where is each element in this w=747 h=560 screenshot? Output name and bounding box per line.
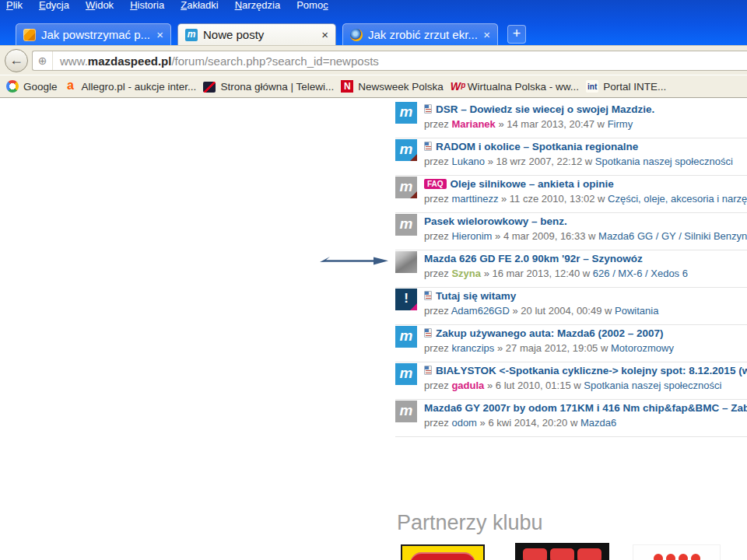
by-label: przez	[424, 193, 449, 205]
topic-title-link[interactable]: Mazda 626 GD FE 2.0 90km '92r – Szynowóz	[424, 253, 643, 264]
bookmark-label: Newsweek Polska	[358, 81, 444, 93]
browser-tab[interactable]: Jak powstrzymać p... ×	[16, 23, 171, 45]
navigation-toolbar: ← ⊕ www.mazdaspeed.pl/forum/search.php?s…	[0, 45, 747, 75]
back-arrow-icon: ←	[9, 52, 23, 68]
forum-link[interactable]: Spotkania naszej społeczności	[584, 380, 721, 391]
faq-badge: FAQ	[424, 179, 447, 189]
topic-avatar: !	[395, 289, 417, 310]
author-link[interactable]: Lukano	[451, 156, 485, 167]
browser-tab[interactable]: Jak zrobić zrzut ekr... ×	[342, 23, 498, 45]
forum-topic-row: Mazda 626 GD FE 2.0 90km '92r – Szynowóz…	[395, 250, 747, 288]
url-bar[interactable]: ⊕ www.mazdaspeed.pl/forum/search.php?sea…	[32, 51, 747, 71]
by-label: przez	[424, 380, 449, 391]
post-date: » 6 kwi 2014, 20:20 w	[480, 417, 578, 429]
unread-post-icon	[424, 328, 432, 338]
bookmark-item[interactable]: Strona główna | Telewi...	[203, 81, 334, 93]
topic-avatar: m	[395, 177, 417, 198]
forum-link[interactable]: 626 / MX-6 / Xedos 6	[593, 268, 688, 279]
bookmark-item[interactable]: Wᵖ Wirtualna Polska - ww...	[451, 80, 579, 93]
topic-title-link[interactable]: Mazda6 GY 2007r by odom 171KM i 416 Nm c…	[424, 402, 747, 414]
topic-title-link[interactable]: Pasek wielorowkowy – benz.	[424, 215, 567, 227]
partner-logo[interactable]	[515, 543, 609, 560]
menu-item[interactable]: Widok	[86, 0, 114, 11]
annotation-arrow	[318, 254, 390, 268]
post-date: » 16 mar 2013, 12:40 w	[484, 268, 591, 279]
topic-title-link[interactable]: Zakup używanego auta: Mazda6 (2002 – 200…	[436, 327, 664, 339]
menu-item[interactable]: Narzędzia	[235, 0, 281, 11]
bookmark-label: Wirtualna Polska - ww...	[468, 81, 579, 93]
topic-title-link[interactable]: DSR – Dowiedz sie wiecej o swojej Mazdzi…	[436, 103, 654, 115]
unread-post-icon	[424, 104, 432, 114]
tab-close-icon[interactable]: ×	[483, 28, 490, 41]
new-tab-button[interactable]: +	[507, 25, 526, 44]
unread-post-icon	[424, 142, 432, 151]
topic-title-link[interactable]: Tutaj się witamy	[436, 290, 516, 302]
menu-item[interactable]: Edycja	[39, 0, 69, 11]
post-date: » 11 cze 2010, 13:02 w	[501, 193, 605, 205]
forum-topic-row: m RADOM i okolice – Spotkania regionalne…	[395, 138, 747, 176]
author-link[interactable]: Marianek	[451, 118, 495, 130]
bookmark-favicon: a	[65, 80, 77, 93]
forum-link[interactable]: Spotkania naszej społeczności	[595, 156, 733, 167]
partner-logo[interactable]	[401, 544, 485, 560]
forum-link[interactable]: Firmy	[608, 118, 633, 130]
post-date: » 4 mar 2009, 16:33 w	[495, 230, 595, 242]
bookmark-item[interactable]: a Allegro.pl - aukcje inter...	[65, 80, 197, 93]
author-link[interactable]: Adam626GD	[451, 305, 510, 317]
bookmark-label: Portal INTE...	[603, 81, 666, 93]
back-button[interactable]: ←	[5, 49, 28, 72]
author-link[interactable]: gadula	[451, 380, 484, 391]
bookmark-item[interactable]: Google	[6, 80, 58, 93]
forum-topic-row: ! Tutaj się witamy przez Adam626GD » 20 …	[395, 288, 747, 325]
post-date: » 14 mar 2013, 20:47 w	[498, 118, 605, 130]
author-link[interactable]: Hieronim	[451, 230, 492, 242]
author-link[interactable]: marttinezz	[451, 193, 498, 205]
menu-item[interactable]: Historia	[130, 0, 164, 11]
by-label: przez	[424, 417, 449, 429]
page-content: m DSR – Dowiedz sie wiecej o swojej Mazd…	[0, 99, 747, 560]
bookmark-favicon: int	[586, 80, 598, 93]
tab-close-icon[interactable]: ×	[156, 28, 163, 41]
topic-title-link[interactable]: RADOM i okolice – Spotkania regionalne	[436, 141, 638, 152]
partner-logo[interactable]	[633, 544, 721, 560]
post-date: » 6 lut 2010, 01:15 w	[487, 380, 581, 391]
browser-tab[interactable]: m Nowe posty ×	[177, 23, 336, 45]
topic-avatar: m	[395, 139, 417, 161]
author-link[interactable]: Szyna	[451, 268, 481, 279]
author-link[interactable]: odom	[451, 417, 477, 429]
topic-avatar: m	[395, 401, 417, 422]
by-label: przez	[424, 305, 449, 317]
browser-window: Plik Edycja Widok Historia Zakładki Narz…	[0, 0, 747, 560]
tab-label: Jak powstrzymać p...	[41, 28, 151, 41]
menu-item[interactable]: Pomoc	[296, 0, 328, 11]
topic-avatar	[395, 251, 417, 273]
bookmark-item[interactable]: N Newsweek Polska	[341, 80, 444, 93]
topic-title-link[interactable]: BIAŁYSTOK <-Spotkania cykliczne-> kolejn…	[436, 365, 747, 376]
forum-topic-row: m Pasek wielorowkowy – benz. przez Hiero…	[395, 213, 747, 250]
forum-topic-row: m Zakup używanego auta: Mazda6 (2002 – 2…	[395, 325, 747, 362]
forum-topic-row: m FAQ Oleje silnikowe – ankieta i opinie…	[395, 176, 747, 213]
menu-item[interactable]: Zakładki	[181, 0, 218, 11]
by-label: przez	[424, 118, 449, 130]
forum-link[interactable]: Motorozmowy	[611, 342, 674, 354]
topic-avatar: m	[395, 214, 417, 236]
avatar-corner-flag	[410, 154, 417, 161]
forum-link[interactable]: Mazda6 GG / GY / Silniki Benzyn	[598, 230, 747, 242]
bookmark-label: Allegro.pl - aukcje inter...	[82, 81, 197, 93]
bookmarks-toolbar: Google a Allegro.pl - aukcje inter... St…	[0, 75, 747, 98]
menu-item[interactable]: Plik	[6, 0, 23, 11]
bookmark-favicon: Wᵖ	[451, 80, 463, 93]
bookmark-label: Google	[23, 81, 58, 93]
topic-avatar: m	[395, 102, 417, 124]
forum-link[interactable]: Powitania	[615, 305, 658, 317]
topic-title-link[interactable]: Oleje silnikowe – ankieta i opinie	[451, 178, 614, 190]
browser-chrome: Plik Edycja Widok Historia Zakładki Narz…	[0, 0, 747, 45]
author-link[interactable]: kranczips	[451, 342, 494, 354]
forum-link[interactable]: Części, oleje, akcesoria i narzęd	[608, 193, 747, 205]
forum-topic-row: m Mazda6 GY 2007r by odom 171KM i 416 Nm…	[395, 400, 747, 437]
bookmark-item[interactable]: int Portal INTE...	[586, 80, 666, 93]
tab-label: Jak zrobić zrzut ekr...	[368, 28, 478, 41]
forum-link[interactable]: Mazda6	[580, 417, 616, 429]
post-date: » 20 lut 2004, 00:49 w	[512, 305, 612, 317]
tab-close-icon[interactable]: ×	[321, 28, 328, 41]
